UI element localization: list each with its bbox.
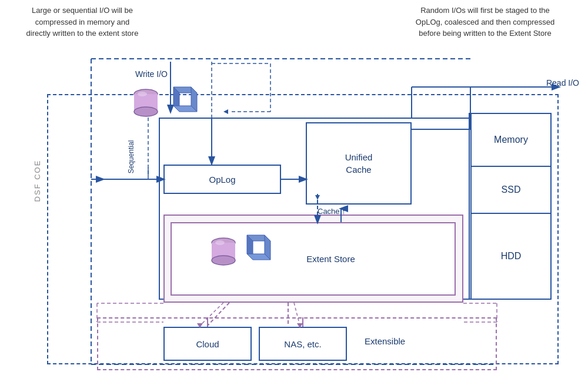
unified-cache-label: UnifiedCache <box>345 151 373 176</box>
oplog-label: OpLog <box>209 175 235 185</box>
nas-label: NAS, etc. <box>284 339 321 349</box>
memory-label: Memory <box>494 135 528 145</box>
extensible-label: Extensible <box>365 336 405 346</box>
top-left-annotation: Large or sequential I/O will becompresse… <box>6 5 159 39</box>
hdd-box: HDD <box>470 214 552 300</box>
cloud-box: Cloud <box>163 327 252 361</box>
unified-cache-box: UnifiedCache <box>306 122 412 205</box>
ssd-label: SSD <box>502 185 521 195</box>
memory-box: Memory <box>470 113 552 167</box>
top-right-annotation: Random I/Os will first be staged to theO… <box>391 5 579 39</box>
ssd-box: SSD <box>470 167 552 214</box>
svg-marker-25 <box>173 87 197 93</box>
nas-box: NAS, etc. <box>259 327 347 361</box>
dsf-coe-label: DSF COE <box>33 160 42 202</box>
hdd-label: HDD <box>501 251 522 262</box>
extent-store-label: Extent Store <box>306 254 355 264</box>
diagram-container: Large or sequential I/O will becompresse… <box>0 0 588 392</box>
cache-label: Cache ↑ <box>318 207 346 216</box>
read-io-label: Read I/O <box>546 78 579 88</box>
extent-store-inner: Extent Store <box>171 222 456 296</box>
oplog-box: OpLog <box>163 165 281 194</box>
write-io-label: Write I/O <box>135 69 168 79</box>
cloud-label: Cloud <box>196 339 219 349</box>
